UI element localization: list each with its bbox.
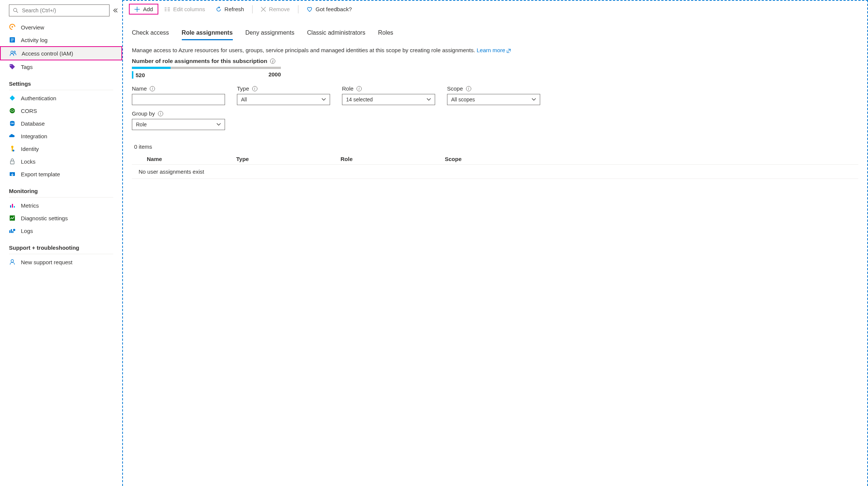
refresh-button[interactable]: Refresh (211, 4, 249, 14)
sidebar-label: Export template (21, 171, 60, 177)
svg-point-0 (13, 8, 17, 12)
svg-rect-21 (10, 215, 15, 221)
sidebar-item-export-template[interactable]: Export template (0, 168, 122, 180)
logs-icon (9, 227, 16, 234)
sidebar-item-database[interactable]: DB Database (0, 117, 122, 130)
toolbar-separator (298, 5, 298, 13)
progress-marker (132, 71, 133, 79)
chevron-down-icon (216, 123, 221, 126)
overview-icon (9, 24, 16, 31)
svg-rect-23 (11, 229, 12, 233)
plus-icon (134, 6, 140, 12)
col-role[interactable]: Role (340, 156, 445, 162)
sidebar-label: Diagnostic settings (21, 215, 68, 221)
sidebar-item-support-request[interactable]: New support request (0, 256, 122, 268)
sidebar-item-integration[interactable]: Integration (0, 130, 122, 142)
filter-name-label: Name (132, 85, 147, 92)
tab-check-access[interactable]: Check access (132, 26, 169, 40)
sidebar-item-activity-log[interactable]: Activity log (0, 34, 122, 46)
sidebar: Overview Activity log Access control (IA… (0, 0, 122, 486)
svg-text:DB: DB (11, 122, 14, 124)
feedback-button[interactable]: Got feedback? (302, 4, 357, 14)
filter-scope-label: Scope (447, 85, 463, 92)
search-box[interactable] (9, 4, 110, 16)
sidebar-section-settings: Settings (0, 73, 122, 88)
scope-select[interactable]: All scopes (447, 94, 540, 105)
sidebar-label: Activity log (21, 37, 48, 43)
svg-rect-24 (12, 231, 13, 233)
info-icon[interactable]: i (357, 86, 362, 91)
svg-point-2 (12, 26, 13, 28)
tabs: Check access Role assignments Deny assig… (132, 22, 858, 40)
table-empty-row: No user assignments exist (132, 165, 858, 179)
info-icon[interactable]: i (466, 86, 471, 91)
button-label: Refresh (225, 6, 244, 12)
sidebar-label: Authentication (21, 95, 56, 101)
collapse-sidebar-button[interactable] (113, 8, 118, 13)
svg-line-1 (16, 11, 18, 13)
tab-role-assignments[interactable]: Role assignments (182, 26, 233, 40)
search-icon (12, 7, 19, 14)
col-type[interactable]: Type (236, 156, 340, 162)
tab-roles[interactable]: Roles (378, 26, 393, 40)
col-scope[interactable]: Scope (445, 156, 858, 162)
button-label: Add (143, 6, 153, 12)
sidebar-item-metrics[interactable]: Metrics (0, 199, 122, 212)
sidebar-label: Tags (21, 64, 33, 70)
sidebar-label: Database (21, 120, 45, 127)
filter-type-label: Type (237, 85, 249, 92)
role-select[interactable]: 14 selected (342, 94, 435, 105)
toolbar-separator (252, 5, 253, 13)
edit-columns-button: Edit columns (160, 4, 210, 14)
sidebar-item-locks[interactable]: Locks (0, 155, 122, 168)
search-input[interactable] (22, 7, 106, 13)
button-label: Got feedback? (316, 6, 352, 12)
sidebar-item-cors[interactable]: CORS (0, 104, 122, 117)
support-icon (9, 259, 16, 265)
sidebar-item-logs[interactable]: Logs (0, 224, 122, 237)
info-icon[interactable]: i (158, 111, 163, 116)
svg-rect-22 (9, 230, 10, 233)
sidebar-item-identity[interactable]: Identity (0, 142, 122, 155)
progress-labels: 520 2000 (132, 71, 281, 79)
refresh-icon (216, 6, 222, 12)
progress-current-value: 520 (136, 72, 145, 78)
progress-max-value: 2000 (269, 71, 281, 79)
sidebar-item-overview[interactable]: Overview (0, 21, 122, 34)
groupby-select[interactable]: Role (132, 119, 225, 130)
divider (9, 197, 113, 198)
remove-icon (261, 7, 266, 12)
svg-point-9 (10, 65, 11, 66)
button-label: Remove (269, 6, 290, 12)
chevron-down-icon (427, 98, 431, 101)
sidebar-item-authentication[interactable]: Authentication (0, 92, 122, 104)
progress-bar (132, 67, 281, 69)
name-filter-input[interactable] (132, 94, 225, 105)
info-icon[interactable]: i (252, 86, 257, 91)
toolbar: Add Edit columns Refresh Remove Got feed… (123, 1, 867, 18)
empty-message: No user assignments exist (132, 168, 204, 175)
sidebar-label: CORS (21, 108, 37, 114)
type-select[interactable]: All (237, 94, 330, 105)
col-name[interactable]: Name (132, 156, 236, 162)
sidebar-item-tags[interactable]: Tags (0, 60, 122, 73)
svg-point-26 (11, 260, 14, 262)
divider (9, 90, 113, 90)
integration-icon (9, 133, 16, 139)
select-value: Role (136, 122, 147, 127)
sidebar-section-support: Support + troubleshooting (0, 237, 122, 252)
sidebar-item-access-control[interactable]: Access control (IAM) (0, 46, 122, 60)
info-icon[interactable]: i (150, 86, 155, 91)
tab-deny-assignments[interactable]: Deny assignments (245, 26, 295, 40)
sidebar-label: Logs (21, 228, 33, 234)
learn-more-link[interactable]: Learn more (476, 47, 511, 53)
sidebar-label: Access control (IAM) (22, 50, 73, 57)
add-button[interactable]: Add (129, 4, 158, 15)
info-icon[interactable]: i (270, 59, 275, 64)
columns-icon (164, 7, 170, 12)
sidebar-item-diagnostic-settings[interactable]: Diagnostic settings (0, 212, 122, 224)
tab-classic-administrators[interactable]: Classic administrators (307, 26, 365, 40)
sidebar-label: Identity (21, 146, 39, 152)
divider (9, 254, 113, 254)
filter-role-label: Role (342, 85, 354, 92)
